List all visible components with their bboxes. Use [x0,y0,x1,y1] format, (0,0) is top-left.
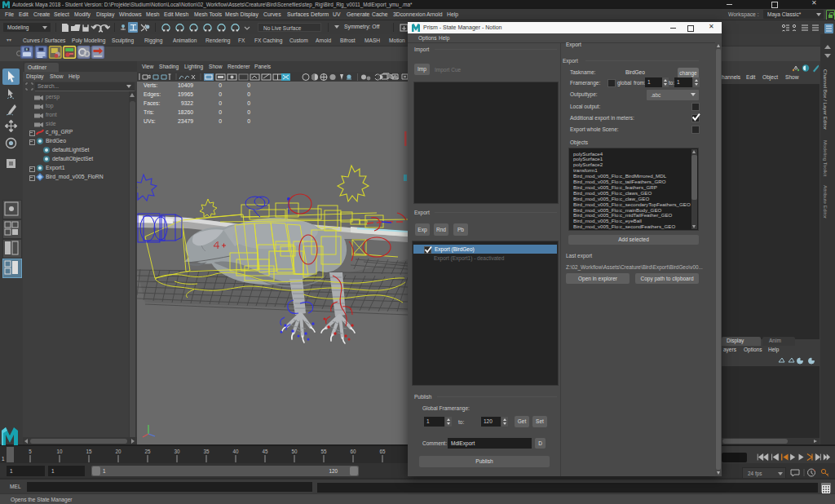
svg-text:65: 65 [379,449,386,454]
svg-text:15: 15 [86,449,92,454]
svg-text:60: 60 [350,449,356,454]
svg-text:5: 5 [29,449,32,454]
svg-text:10: 10 [56,449,63,454]
svg-text:40: 40 [232,449,239,454]
svg-text:35: 35 [203,449,210,454]
svg-text:50: 50 [291,449,298,454]
svg-text:20: 20 [115,449,121,454]
svg-text:30: 30 [174,449,180,454]
svg-text:55: 55 [320,449,327,454]
svg-text:25: 25 [144,449,151,454]
svg-text:45: 45 [262,449,268,454]
svg-text:1: 1 [2,456,5,462]
svg-text:E: E [26,47,29,51]
